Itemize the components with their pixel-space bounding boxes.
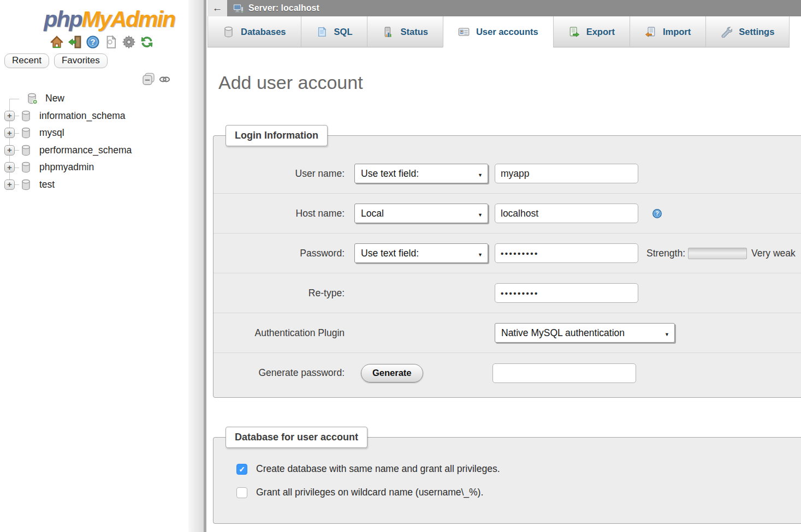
host-name-type-select[interactable]: Local bbox=[354, 204, 488, 223]
database-icon bbox=[20, 127, 32, 139]
password-label: Password: bbox=[213, 248, 345, 259]
database-for-user-fieldset: Database for user account Create databas… bbox=[213, 427, 801, 524]
tab[interactable]: Export bbox=[553, 16, 630, 47]
sidebar-toolbar-icon[interactable] bbox=[85, 34, 100, 50]
tree-item-label: performance_schema bbox=[39, 145, 132, 156]
tree-item-new[interactable]: New bbox=[0, 90, 188, 107]
phpmyadmin-logo[interactable]: phpMyAdmin bbox=[0, 7, 175, 32]
tree-item-database[interactable]: phpmyadmin bbox=[0, 159, 188, 176]
generate-password-label: Generate password: bbox=[213, 367, 345, 379]
user-name-label: User name: bbox=[213, 168, 345, 180]
tree-item-label: New bbox=[45, 93, 64, 104]
chevron-down-icon bbox=[478, 248, 483, 259]
expand-icon[interactable] bbox=[4, 145, 15, 156]
sidebar-resizer[interactable] bbox=[188, 0, 204, 532]
password-type-select[interactable]: Use text field: bbox=[354, 243, 488, 263]
database-option-row: Grant all privileges on wildcard name (u… bbox=[236, 487, 801, 498]
expand-icon[interactable] bbox=[4, 111, 15, 121]
host-name-input[interactable] bbox=[495, 204, 638, 223]
tree-item-database[interactable]: performance_schema bbox=[0, 142, 188, 159]
database-option-row: Create database with same name and grant… bbox=[236, 463, 801, 475]
recent-button[interactable]: Recent bbox=[4, 53, 49, 68]
breadcrumb: Server: localhost bbox=[248, 3, 319, 13]
link-panel-icon[interactable] bbox=[159, 74, 170, 85]
sidebar-toolbar-icon[interactable] bbox=[121, 34, 137, 50]
sidebar-toolbar-icon[interactable] bbox=[67, 34, 82, 50]
database-icon bbox=[20, 162, 32, 173]
retype-label: Re-type: bbox=[213, 288, 345, 299]
tree-item-database[interactable]: mysql bbox=[0, 124, 188, 142]
sidebar-toolbar-icon[interactable] bbox=[103, 34, 118, 50]
tab-label: Status bbox=[400, 27, 428, 37]
login-information-legend: Login Information bbox=[226, 125, 328, 146]
logo-php: php bbox=[44, 7, 81, 32]
generated-password-input[interactable] bbox=[493, 363, 636, 383]
auth-plugin-select[interactable]: Native MySQL authentication bbox=[495, 323, 675, 343]
tab-icon bbox=[458, 26, 470, 38]
tree-item-label: mysql bbox=[39, 127, 64, 139]
back-button[interactable] bbox=[207, 0, 227, 16]
host-name-label: Host name: bbox=[213, 208, 345, 219]
tree-item-database[interactable]: test bbox=[0, 176, 188, 194]
tree-tools bbox=[0, 73, 170, 86]
main-panel: Server: localhost Databases SQL Status U… bbox=[207, 0, 801, 532]
database-icon bbox=[20, 110, 32, 122]
favorites-button[interactable]: Favorites bbox=[54, 53, 108, 68]
tab[interactable]: Import bbox=[630, 16, 705, 47]
retype-password-input[interactable] bbox=[495, 283, 638, 303]
help-icon[interactable] bbox=[652, 208, 662, 219]
tab-label: Import bbox=[663, 27, 691, 37]
sidebar-scrollbar[interactable] bbox=[204, 0, 206, 532]
retype-row: Re-type: bbox=[213, 273, 801, 313]
select-value: Use text field: bbox=[361, 248, 419, 259]
collapse-all-icon[interactable] bbox=[142, 73, 155, 86]
expand-icon[interactable] bbox=[4, 162, 15, 172]
tree-item-label: test bbox=[39, 179, 55, 190]
tree-item-label: information_schema bbox=[39, 110, 126, 122]
sidebar-toolbar-icon[interactable] bbox=[49, 34, 64, 50]
chevron-down-icon bbox=[664, 327, 669, 339]
database-icon bbox=[20, 145, 32, 156]
expand-icon[interactable] bbox=[4, 128, 15, 138]
host-name-row: Host name: Local bbox=[213, 194, 801, 234]
login-information-fieldset: Login Information User name: Use text fi… bbox=[213, 125, 801, 398]
tab-icon bbox=[645, 26, 656, 38]
strength-label: Strength: bbox=[646, 248, 685, 259]
user-name-type-select[interactable]: Use text field: bbox=[354, 164, 488, 183]
server-breadcrumb-bar: Server: localhost bbox=[207, 0, 801, 16]
back-arrow-icon bbox=[212, 2, 223, 14]
tab-label: Settings bbox=[739, 27, 774, 37]
tab-label: Export bbox=[586, 27, 615, 37]
checkbox-label: Create database with same name and grant… bbox=[256, 463, 500, 475]
tab[interactable]: SQL bbox=[301, 16, 367, 47]
server-icon bbox=[233, 3, 244, 14]
checkbox[interactable] bbox=[236, 487, 247, 498]
strength-value: Very weak bbox=[751, 248, 796, 259]
database-options: Create database with same name and grant… bbox=[213, 463, 801, 498]
tab[interactable]: Databases bbox=[207, 16, 301, 47]
tree-item-database[interactable]: information_schema bbox=[0, 107, 188, 125]
tree-database-list: information_schema mysql performance_sch… bbox=[0, 107, 188, 194]
sidebar-toolbar-icon[interactable] bbox=[139, 34, 155, 50]
tab[interactable]: Status bbox=[367, 16, 442, 47]
password-input[interactable] bbox=[495, 243, 638, 263]
checkbox[interactable] bbox=[236, 464, 247, 475]
password-row: Password: Use text field: Strength: Very… bbox=[213, 234, 801, 273]
tab-label: Databases bbox=[241, 27, 286, 37]
tab-label: SQL bbox=[334, 27, 353, 37]
tab[interactable]: Settings bbox=[705, 16, 790, 47]
page-content: Add user account Login Information User … bbox=[207, 72, 801, 524]
user-name-input[interactable] bbox=[495, 164, 638, 183]
tab-bar: Databases SQL Status User accounts Expor… bbox=[207, 16, 801, 47]
tab-icon bbox=[223, 26, 234, 38]
navigation-sidebar: phpMyAdmin bbox=[0, 0, 188, 532]
select-value: Native MySQL authentication bbox=[501, 327, 625, 339]
tab[interactable]: User accounts bbox=[443, 16, 553, 47]
tab-icon bbox=[382, 26, 394, 38]
generate-button[interactable]: Generate bbox=[361, 364, 423, 382]
database-for-user-legend: Database for user account bbox=[226, 427, 367, 448]
tab-icon bbox=[721, 26, 732, 38]
user-name-row: User name: Use text field: bbox=[213, 154, 801, 194]
sidebar-toolbar bbox=[0, 34, 155, 50]
expand-icon[interactable] bbox=[4, 180, 15, 190]
